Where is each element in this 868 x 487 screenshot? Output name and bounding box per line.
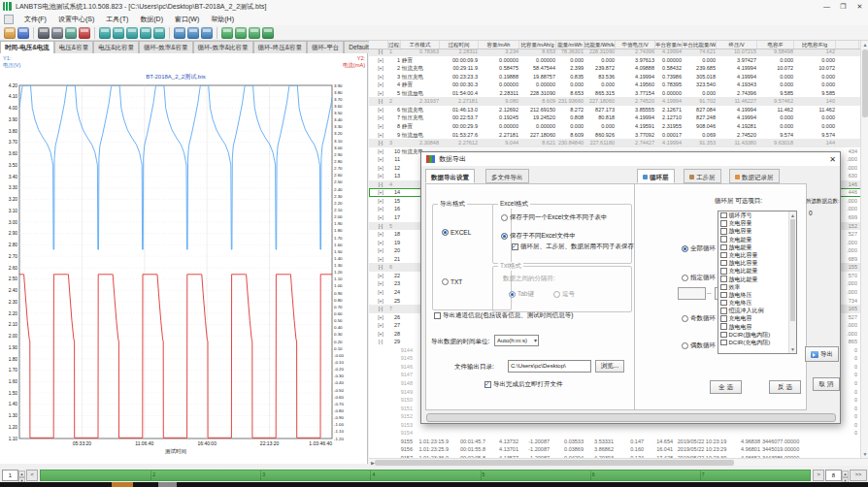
output-dir-input[interactable]: C:\Users\pc\Desktop\ [508, 360, 591, 373]
column-header-6[interactable]: 能量/mWh [556, 41, 584, 49]
radio-checked[interactable] [501, 233, 508, 240]
process-row-1[interactable]: [+]1静置00:00:09.90.000000.000000.0000.000… [369, 56, 860, 65]
scroll-up-icon[interactable]: ▲ [861, 41, 868, 49]
list-scroll-thumb[interactable] [790, 219, 795, 321]
channel-prev-button[interactable]: < [26, 470, 38, 481]
cycle-summary-row-3[interactable]: [-]32.308482.276129.0448.621230.84840227… [369, 139, 860, 147]
select-all-button[interactable]: 全 选 [710, 380, 742, 394]
process-row-2[interactable]: [+]2恒流充电00:29:11.90.5847558.475442.39923… [369, 64, 860, 73]
process-row-6[interactable]: [+]6恒流充电01:46:13.02.12692212.691508.2728… [369, 106, 860, 114]
menu-item-4[interactable]: 窗口(W) [169, 13, 205, 25]
column-header-5[interactable]: 比容量/mAh/g [519, 41, 556, 49]
first-channel-spinner[interactable]: 1 [2, 470, 18, 481]
snapshot-icon[interactable] [38, 27, 50, 39]
cycle-item-16[interactable]: DCIR(充电内阻) [718, 339, 796, 346]
radio-unchecked[interactable] [682, 342, 688, 349]
menu-item-2[interactable]: 工具(T) [100, 13, 134, 25]
column-header-4[interactable]: 容量/mAh [479, 41, 519, 49]
radio-txt[interactable]: TXT [442, 278, 462, 285]
cycle-item-13[interactable]: 充电电容 [718, 314, 796, 322]
cycle-summary-row-2[interactable]: [-]22.319372.271819.0808.609231.93660227… [369, 97, 860, 106]
process-row-5[interactable]: [+]5恒流放电01:54:00.42.28311228.310908.6538… [369, 89, 860, 98]
scroll-up-icon[interactable]: ▲ [789, 211, 796, 219]
scroll-down-icon[interactable]: ▼ [861, 450, 868, 458]
window-tile-icon[interactable] [187, 27, 199, 39]
record-row-9154[interactable]: 91540 [369, 429, 860, 438]
checkbox-unchecked[interactable] [720, 292, 727, 299]
browse-button[interactable]: 浏览... [595, 360, 624, 373]
view-tab-4[interactable]: 循环-效率&比容量 [193, 41, 253, 53]
column-header-12[interactable]: 电容/F [757, 41, 794, 49]
cycle-item-14[interactable]: 放电电容 [718, 323, 796, 331]
tab-cycle-layer[interactable]: 循环层 [637, 169, 675, 183]
column-header-0[interactable] [373, 41, 388, 49]
checkbox-unchecked[interactable] [720, 332, 727, 339]
cycle-item-15[interactable]: DCIR(放电内阻) [718, 331, 796, 339]
radio-tab-key[interactable]: Tab键 [509, 290, 534, 299]
checkbox-channel-info[interactable]: 导出通道信息(包括设备信息、测试时间信息等) [434, 311, 573, 320]
record-row-9155[interactable]: 91551.01:23:15.900:01:45.74.13732-1.2008… [369, 438, 860, 446]
checkbox-separate-sheets[interactable]: 循环层、工步层、数据层用不同子表保存 [512, 243, 634, 251]
scroll-down-icon[interactable]: ▼ [789, 345, 796, 353]
record-row-9156[interactable]: 91561.01:23:25.900:01:55.84.13701-1.2008… [369, 445, 860, 454]
view-tab-3[interactable]: 循环-效率&容量 [139, 41, 193, 53]
process-row-8[interactable]: [+]8静置00:00:29.90.000000.000000.0000.000… [369, 122, 860, 131]
checkbox-unchecked[interactable] [720, 323, 727, 330]
column-header-3[interactable]: 过程时间 [440, 41, 479, 49]
zoom-y-axis-icon[interactable] [99, 27, 111, 39]
cancel-button[interactable]: 取 消 [813, 377, 840, 391]
last-channel-spinner[interactable]: 8 [825, 470, 842, 481]
dialog-close-icon[interactable]: ✕ [825, 155, 840, 164]
checkbox-unchecked[interactable] [720, 260, 727, 267]
list-view-icon[interactable] [221, 27, 233, 39]
radio-comma[interactable]: 逗号 [553, 290, 575, 299]
radio-excel[interactable]: EXCEL [442, 229, 471, 236]
horizontal-scrollbar[interactable]: ▶ [369, 458, 868, 466]
radio-checked[interactable] [442, 229, 449, 236]
cycle-item-5[interactable]: 充电比容量 [718, 251, 796, 259]
view-tab-2[interactable]: 电压&比容量 [93, 41, 139, 53]
checkbox-unchecked[interactable] [720, 236, 727, 243]
menu-item-3[interactable]: 数据(D) [134, 13, 169, 25]
checkbox-unchecked[interactable] [720, 300, 727, 307]
first-channel-spin-arrows[interactable]: ▲▼ [18, 471, 25, 480]
list-detail-icon[interactable] [235, 27, 247, 39]
invert-select-button[interactable]: 反 选 [769, 380, 801, 394]
check-unchecked[interactable] [434, 312, 441, 319]
zoom-fit-icon[interactable] [140, 27, 151, 39]
cycle-item-12[interactable]: 恒流冲入比例 [718, 307, 796, 314]
cycle-range-from-input[interactable] [678, 287, 706, 300]
radio-unchecked[interactable] [553, 291, 560, 298]
radio-all-cycles[interactable]: 全部循环 [682, 244, 716, 253]
column-header-13[interactable]: 比电容/F/g [794, 41, 836, 49]
checkbox-unchecked[interactable] [720, 228, 727, 235]
cycle-item-1[interactable]: 充电容量 [718, 219, 796, 227]
radio-specified-cycles[interactable]: 指定循环 [682, 274, 716, 282]
close-button[interactable]: ✕ [851, 1, 868, 13]
cycle-item-2[interactable]: 放电容量 [718, 227, 796, 235]
list-scrollbar[interactable]: ▲ ▼ [788, 211, 796, 353]
cycle-item-11[interactable]: 充电终压 [718, 299, 796, 307]
checkbox-unchecked[interactable] [720, 340, 727, 346]
checkbox-unchecked[interactable] [720, 276, 727, 282]
checkbox-unchecked[interactable] [720, 308, 727, 314]
copy-icon[interactable] [51, 27, 63, 39]
cycle-item-0[interactable]: 循环序号 [718, 211, 796, 219]
radio-odd-cycles[interactable]: 奇数循环 [682, 314, 716, 323]
column-header-11[interactable]: 终压/V [717, 41, 757, 49]
radio-unchecked[interactable] [682, 275, 688, 281]
process-row-7[interactable]: [+]7恒压充电00:22:53.70.1924519.245200.80880… [369, 114, 860, 122]
channel-next-button[interactable]: > [813, 470, 824, 481]
chart-panel[interactable]: 4.204.104.003.903.803.703.603.503.403.30… [0, 53, 368, 464]
list-column-icon[interactable] [249, 27, 260, 39]
selection-box-icon[interactable] [153, 27, 165, 39]
cycle-item-4[interactable]: 放电能量 [718, 244, 796, 251]
process-row-9[interactable]: [+]9恒流放电01:53:27.62.27181227.180608.6098… [369, 131, 860, 140]
window-split-icon[interactable] [174, 27, 185, 39]
grid-view-icon[interactable] [262, 27, 274, 39]
radio-checked[interactable] [509, 291, 516, 298]
restore-button[interactable]: ❐ [835, 1, 851, 13]
checkbox-unchecked[interactable] [720, 315, 727, 322]
vertical-scroll-thumb[interactable] [862, 49, 868, 117]
cycle-item-3[interactable]: 充电能量 [718, 236, 796, 244]
